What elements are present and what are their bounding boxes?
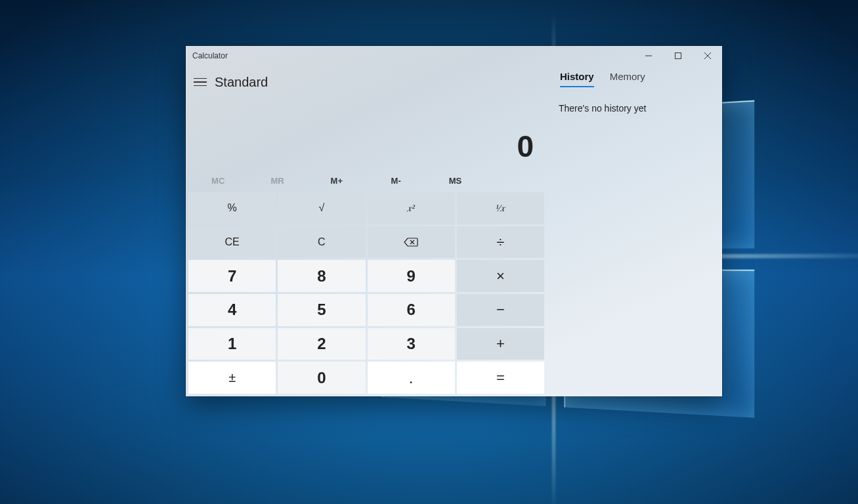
- calculator-window: Calculator Standard 0 MC MR: [186, 46, 722, 396]
- maximize-button[interactable]: [663, 46, 693, 66]
- memory-store-button[interactable]: MS: [425, 171, 484, 190]
- decimal-button[interactable]: .: [368, 362, 455, 394]
- clear-entry-button[interactable]: CE: [188, 226, 276, 259]
- window-controls: [633, 46, 722, 66]
- sqrt-button[interactable]: √: [278, 192, 365, 224]
- window-title: Calculator: [192, 51, 228, 60]
- add-button[interactable]: +: [457, 328, 544, 360]
- digit-9-button[interactable]: 9: [368, 260, 455, 292]
- square-label: 𝑥²: [407, 203, 415, 214]
- mode-title: Standard: [215, 75, 268, 90]
- close-icon: [704, 52, 711, 59]
- calculator-main: Standard 0 MC MR M+ M- MS M▾ % √ 𝑥² ¹⁄𝑥 …: [186, 66, 547, 396]
- history-empty-message: There's no history yet: [559, 103, 710, 114]
- minimize-button[interactable]: [633, 46, 663, 66]
- memory-add-button[interactable]: M+: [307, 171, 366, 190]
- side-tabs: History Memory: [559, 71, 710, 87]
- clear-button[interactable]: C: [278, 226, 365, 259]
- sign-button[interactable]: ±: [188, 362, 276, 394]
- digit-5-button[interactable]: 5: [278, 294, 365, 326]
- digit-2-button[interactable]: 2: [278, 328, 365, 360]
- tab-history[interactable]: History: [560, 71, 594, 87]
- side-panel: History Memory There's no history yet: [547, 66, 722, 396]
- digit-6-button[interactable]: 6: [368, 294, 455, 326]
- backspace-button[interactable]: [368, 226, 455, 259]
- memory-row: MC MR M+ M- MS M▾: [188, 171, 544, 190]
- percent-button[interactable]: %: [188, 192, 276, 224]
- digit-8-button[interactable]: 8: [278, 260, 365, 292]
- equals-button[interactable]: =: [457, 362, 544, 394]
- keypad: % √ 𝑥² ¹⁄𝑥 CE C ÷ 7 8 9 × 4 5: [188, 190, 544, 394]
- maximize-icon: [675, 52, 681, 59]
- multiply-button[interactable]: ×: [457, 260, 544, 292]
- reciprocal-button[interactable]: ¹⁄𝑥: [457, 192, 544, 224]
- divide-button[interactable]: ÷: [457, 226, 544, 259]
- close-button[interactable]: [693, 46, 722, 66]
- digit-3-button[interactable]: 3: [368, 328, 455, 360]
- calculator-display: 0: [188, 98, 544, 171]
- backspace-icon: [404, 238, 418, 247]
- memory-clear-button[interactable]: MC: [188, 171, 247, 190]
- digit-1-button[interactable]: 1: [188, 328, 276, 360]
- memory-recall-button[interactable]: MR: [247, 171, 307, 190]
- hamburger-menu-icon[interactable]: [194, 78, 207, 87]
- digit-7-button[interactable]: 7: [188, 260, 276, 292]
- memory-subtract-button[interactable]: M-: [366, 171, 425, 190]
- minimize-icon: [645, 52, 652, 59]
- titlebar[interactable]: Calculator: [186, 46, 722, 66]
- digit-4-button[interactable]: 4: [188, 294, 276, 326]
- digit-0-button[interactable]: 0: [278, 362, 365, 394]
- subtract-button[interactable]: −: [457, 294, 544, 326]
- square-button[interactable]: 𝑥²: [368, 192, 455, 224]
- svg-rect-0: [675, 53, 681, 59]
- tab-memory[interactable]: Memory: [610, 71, 645, 87]
- reciprocal-label: ¹⁄𝑥: [496, 203, 505, 214]
